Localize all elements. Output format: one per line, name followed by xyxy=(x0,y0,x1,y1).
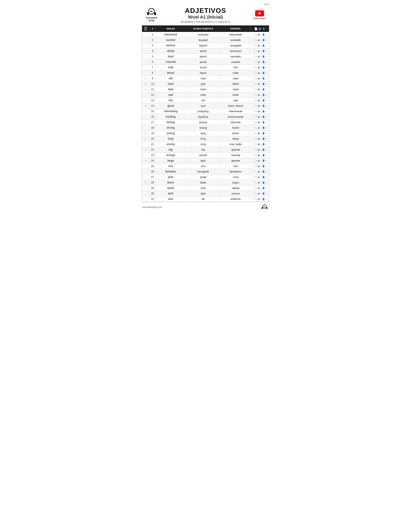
ingles-cell: quick xyxy=(156,185,186,191)
fonetica-cell: merid xyxy=(186,59,221,65)
fonetica-cell: intresting xyxy=(186,109,221,114)
espanol-cell: frío xyxy=(221,65,251,70)
number-cell: 5 xyxy=(149,54,156,59)
table-row: ★10hardjarddifícil 📄□ 🔊□ 👤□ xyxy=(142,81,269,87)
star-cell xyxy=(142,109,149,114)
ingles-cell: black xyxy=(156,180,186,185)
number-cell: 30 xyxy=(149,191,156,196)
number-cell: 22 xyxy=(149,147,156,152)
person-icon: 👤 xyxy=(262,176,265,178)
sound-icon: 🔊 xyxy=(258,55,261,58)
star-cell xyxy=(142,152,149,158)
number-cell: 11 xyxy=(149,87,156,92)
sound-icon: 🔊 xyxy=(258,77,261,80)
fonetica-cell: long xyxy=(186,136,221,142)
doc-icon: 📄 xyxy=(253,110,256,113)
doc-icon: 📄 xyxy=(253,66,256,69)
ingles-cell: exciting xyxy=(156,114,186,120)
number-cell: 20 xyxy=(149,136,156,142)
sound-icon: 🔊 xyxy=(258,33,261,36)
person-icon: 👤 xyxy=(262,192,265,195)
espanol-cell: negro xyxy=(221,180,251,185)
table-row: 16excitingiksaitingemocionante 📄□ 🔊□ 👤□ xyxy=(142,114,269,120)
person-icon: 👤 xyxy=(262,83,265,85)
icons-cell: 📄□ 🔊□ 👤□ xyxy=(251,152,269,158)
icons-cell: 📄□ 🔊□ 👤□ xyxy=(251,142,269,147)
fonetica-cell: sæd xyxy=(186,92,221,98)
espanol-cell: enfermo xyxy=(221,196,251,202)
fonetica-cell: afreid xyxy=(186,48,221,54)
ingles-cell: married xyxy=(156,59,186,65)
espanol-cell: grande xyxy=(221,147,251,152)
star-cell: ★ xyxy=(142,180,149,185)
fonetica-cell: ould xyxy=(186,76,221,81)
star-cell xyxy=(142,48,149,54)
espanol-cell: viejo xyxy=(221,76,251,81)
doc-icon: 📄 xyxy=(253,187,256,189)
fonetica-cell: kuik xyxy=(186,185,221,191)
ingles-cell: interested xyxy=(156,32,186,38)
ingles-cell: sad xyxy=(156,92,186,98)
espanol-cell: rubio xyxy=(221,70,251,76)
doc-icon: 📄 xyxy=(253,105,256,107)
sound-icon: 🔊 xyxy=(258,61,261,63)
footer-headphones-icon xyxy=(261,204,269,210)
espanol-cell: cansado xyxy=(221,54,251,59)
col-header-num: # xyxy=(149,26,156,32)
number-cell: 2 xyxy=(149,38,156,43)
number-cell: 8 xyxy=(149,70,156,76)
sound-icon: 🔊 xyxy=(258,198,261,200)
espanol-cell: rico xyxy=(221,163,251,169)
doc-icon: 📄 xyxy=(253,55,256,58)
table-row: 1interestedintrestedinteresado 📄□ 🔊□ 👤□ xyxy=(142,32,269,38)
star-cell xyxy=(142,185,149,191)
main-title: ADJETIVOS xyxy=(161,7,250,15)
sound-icon: 🔊 xyxy=(258,110,261,113)
star-cell xyxy=(142,174,149,180)
ingles-cell: long xyxy=(156,136,186,142)
person-icon: 👤 xyxy=(262,132,265,134)
doc-icon: 📄 xyxy=(253,44,256,47)
icons-cell: 📄□ 🔊□ 👤□ xyxy=(251,125,269,131)
doc-icon: 📄 xyxy=(253,181,256,184)
star-cell xyxy=(142,169,149,174)
table-row: 17boringboringaburrido 📄□ 🔊□ 👤□ xyxy=(142,120,269,125)
espanol-cell: interesado xyxy=(221,32,251,38)
fonetica-cell: big xyxy=(186,147,221,152)
fonetica-cell: pingk xyxy=(186,174,221,180)
person-icon: 👤 xyxy=(262,66,265,69)
table-row: 30darkdarkoscuro 📄□ 🔊□ 👤□ xyxy=(142,191,269,196)
table-row: ★28blackblæknegro 📄□ 🔊□ 👤□ xyxy=(142,180,269,185)
fonetica-cell: oranjh xyxy=(186,152,221,158)
ingles-cell: afraid xyxy=(156,48,186,54)
person-icon: 👤 xyxy=(262,149,265,151)
number-cell: 17 xyxy=(149,120,156,125)
sound-icon: 🔊 xyxy=(258,66,261,69)
espanol-cell: aburrido xyxy=(221,120,251,125)
sound-icon: 🔊 xyxy=(258,127,261,129)
star-cell: ★ xyxy=(142,158,149,163)
fonetica-cell: rich xyxy=(186,163,221,169)
youtube-area: @talkersgym xyxy=(250,10,269,19)
person-icon: 👤 xyxy=(262,99,265,102)
star-cell: ★ xyxy=(142,76,149,81)
table-row: ★19youngiangjoven 📄□ 🔊□ 👤□ xyxy=(142,131,269,136)
doc-icon: 📄 xyxy=(253,176,256,178)
star-cell xyxy=(142,125,149,131)
fonetica-cell: bijaind xyxy=(186,43,221,48)
espanol-cell: rezagado xyxy=(221,43,251,48)
person-icon: 👤 xyxy=(262,110,265,113)
logo-area: TALKERSGYM xyxy=(142,8,161,22)
icons-cell: 📄□ 🔊□ 👤□ xyxy=(251,169,269,174)
person-icon: 👤 xyxy=(262,55,265,58)
ingles-cell: bad xyxy=(156,87,186,92)
sound-icon: 🔊 xyxy=(258,165,261,167)
ingles-cell: big xyxy=(156,147,186,152)
fonetica-cell: bland xyxy=(186,70,221,76)
fonetica-cell: sik xyxy=(186,196,221,202)
headphones-logo-icon xyxy=(145,8,158,17)
fonetica-cell: iksaited xyxy=(186,38,221,43)
person-icon: 👤 xyxy=(262,61,265,63)
sound-icon: 🔊 xyxy=(258,94,261,96)
number-cell: 15 xyxy=(149,109,156,114)
